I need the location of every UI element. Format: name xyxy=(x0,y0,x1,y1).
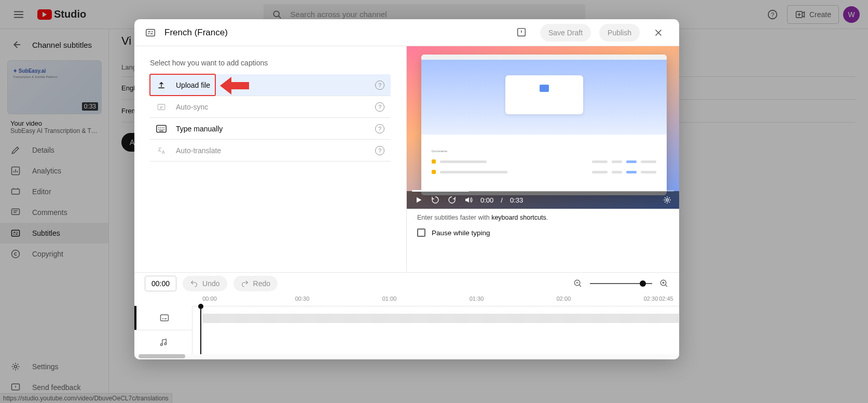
hint-suffix: . xyxy=(546,214,548,221)
option-type-manually[interactable]: Type manually ? xyxy=(150,118,391,139)
help-icon[interactable]: ? xyxy=(375,146,384,155)
option-label: Upload file xyxy=(176,81,210,89)
zoom-controls xyxy=(573,279,669,288)
volume-icon[interactable] xyxy=(464,195,473,205)
publish-button[interactable]: Publish xyxy=(599,24,640,42)
pause-checkbox[interactable] xyxy=(417,229,425,237)
hint-prefix: Enter subtitles faster with xyxy=(417,214,491,221)
close-icon[interactable] xyxy=(648,22,669,43)
settings-gear-icon[interactable] xyxy=(663,195,672,205)
svg-point-20 xyxy=(164,343,166,345)
caption-source-panel: Select how you want to add captions Uplo… xyxy=(134,46,407,272)
help-icon[interactable]: ? xyxy=(375,124,384,133)
dialog-header: French (France) Save Draft Publish xyxy=(134,19,679,46)
timeline[interactable]: 00:00 00:30 01:00 01:30 02:00 02:30 02:4… xyxy=(134,294,679,359)
time-current: 0:00 xyxy=(480,196,493,204)
time-total: 0:33 xyxy=(510,196,523,204)
tick-label: 01:30 xyxy=(470,295,484,302)
time-sep: / xyxy=(501,196,503,204)
caption-source-prompt: Select how you want to add captions xyxy=(150,59,391,67)
dialog-title: French (France) xyxy=(164,28,228,38)
forward10-icon[interactable] xyxy=(447,195,457,205)
svg-point-15 xyxy=(666,199,669,202)
video-preview: Documents 0:00 / 0:33 xyxy=(407,46,679,209)
caption-editor-dialog: French (France) Save Draft Publish Selec… xyxy=(134,19,679,359)
play-icon[interactable] xyxy=(414,195,423,205)
audio-waveform xyxy=(203,314,679,323)
svg-rect-18 xyxy=(160,315,168,321)
preview-frame: Documents xyxy=(407,46,679,209)
dialog-body: Select how you want to add captions Uplo… xyxy=(134,46,679,272)
publish-label: Publish xyxy=(608,29,631,37)
option-label: Auto-sync xyxy=(176,103,208,111)
progress-bar[interactable] xyxy=(412,190,674,192)
tick-label: 02:45 xyxy=(659,295,673,302)
tick-label: 00:00 xyxy=(202,295,217,302)
lane-gutter xyxy=(134,306,192,354)
svg-rect-11 xyxy=(146,29,155,36)
sync-icon xyxy=(156,102,167,112)
zoom-in-icon[interactable] xyxy=(659,279,669,288)
undo-label: Undo xyxy=(202,279,219,288)
pause-label: Pause while typing xyxy=(432,229,490,237)
redo-label: Redo xyxy=(253,279,270,288)
keyboard-icon xyxy=(156,124,167,134)
video-controls: 0:00 / 0:33 xyxy=(407,191,679,209)
caption-track-icon[interactable] xyxy=(134,306,192,330)
annotation-arrow-icon xyxy=(220,77,249,95)
svg-point-19 xyxy=(160,344,162,346)
time-chip-label: 00:00 xyxy=(151,279,170,288)
pause-while-typing-row: Pause while typing xyxy=(407,226,679,243)
rewind10-icon[interactable] xyxy=(431,195,440,205)
option-upload-file[interactable]: Upload file ? xyxy=(150,74,391,96)
tick-label: 02:30 xyxy=(644,295,658,302)
redo-icon xyxy=(241,279,249,288)
report-icon[interactable] xyxy=(511,22,532,43)
hint-bold[interactable]: keyboard shortcuts xyxy=(491,214,546,221)
timeline-controls: 00:00 Undo Redo xyxy=(134,273,679,294)
tick-label: 00:30 xyxy=(295,295,310,302)
timeline-lanes xyxy=(134,306,679,354)
preview-panel: Documents 0:00 / 0:33 xyxy=(407,46,679,272)
tick-label: 01:00 xyxy=(382,295,397,302)
upload-icon xyxy=(156,80,167,90)
tick-label: 02:00 xyxy=(557,295,571,302)
undo-button[interactable]: Undo xyxy=(183,276,227,291)
undo-icon xyxy=(190,279,198,288)
keyboard-hint: Enter subtitles faster with keyboard sho… xyxy=(407,209,679,226)
translate-icon xyxy=(156,145,167,156)
subtitles-icon xyxy=(145,27,156,38)
audio-track-icon[interactable] xyxy=(134,330,192,354)
option-label: Auto-translate xyxy=(176,146,221,155)
timeline-footer: 00:00 Undo Redo 00:00 00:30 01:00 01:30 xyxy=(134,272,679,359)
timeline-scrollbar[interactable] xyxy=(134,354,679,359)
timeline-ticks: 00:00 00:30 01:00 01:30 02:00 02:30 02:4… xyxy=(134,294,679,306)
save-draft-button[interactable]: Save Draft xyxy=(540,24,591,42)
lane-body[interactable] xyxy=(192,306,679,354)
zoom-out-icon[interactable] xyxy=(573,279,583,288)
playhead[interactable] xyxy=(200,306,201,354)
option-auto-sync[interactable]: Auto-sync ? xyxy=(150,96,391,117)
help-icon[interactable]: ? xyxy=(375,102,384,112)
option-label: Type manually xyxy=(176,125,223,133)
option-auto-translate[interactable]: Auto-translate ? xyxy=(150,140,391,161)
save-draft-label: Save Draft xyxy=(548,29,583,37)
redo-button[interactable]: Redo xyxy=(233,276,278,291)
current-time-chip[interactable]: 00:00 xyxy=(145,276,176,291)
help-icon[interactable]: ? xyxy=(375,80,384,90)
zoom-slider[interactable] xyxy=(590,283,652,284)
